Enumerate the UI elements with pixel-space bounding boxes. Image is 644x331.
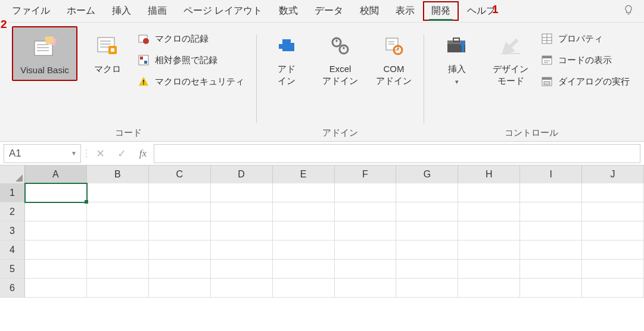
col-header[interactable]: D [211,166,273,183]
col-header[interactable]: I [520,166,582,183]
tab-page-layout[interactable]: ページ レイアウト [175,1,270,21]
tab-insert[interactable]: 挿入 [104,1,139,21]
formula-input[interactable] [154,144,640,163]
cell[interactable] [396,221,458,241]
cell[interactable] [520,202,582,221]
run-dialog-button[interactable]: ダイアログの実行 [540,75,630,88]
cell[interactable] [458,279,520,298]
tell-me-button[interactable] [623,4,634,18]
cell[interactable] [149,183,211,202]
cell[interactable] [25,202,87,221]
tab-draw[interactable]: 描画 [139,1,175,21]
row-header[interactable]: 5 [0,260,25,279]
insert-function-button[interactable]: fx [132,144,154,163]
tab-home[interactable]: ホーム [58,1,104,21]
cell[interactable] [149,202,211,221]
tab-view[interactable]: 表示 [387,1,423,21]
col-header[interactable]: A [25,166,87,183]
view-code-button[interactable]: コードの表示 [540,54,630,67]
design-mode-button[interactable]: デザイン モード [487,26,534,90]
cell[interactable] [458,202,520,221]
cell[interactable] [211,241,273,260]
visual-basic-button[interactable]: Visual Basic [12,26,77,81]
cell[interactable] [211,260,273,279]
cell[interactable] [335,279,397,298]
cell[interactable] [335,241,397,260]
select-all-corner[interactable] [0,166,25,183]
col-header[interactable]: B [87,166,149,183]
cell[interactable] [211,183,273,202]
cell[interactable] [396,183,458,202]
cell[interactable] [149,241,211,260]
cell[interactable] [335,202,397,221]
tab-formulas[interactable]: 数式 [270,1,306,21]
tab-help[interactable]: ヘルプ [459,1,504,21]
cancel-formula-button[interactable]: ✕ [89,144,111,163]
excel-addins-button[interactable]: Excel アドイン [316,26,364,90]
cell[interactable] [396,279,458,298]
cell[interactable] [211,221,273,241]
cell[interactable] [87,221,149,241]
cell[interactable] [458,183,520,202]
cell[interactable] [520,241,582,260]
addins-button[interactable]: アド イン [263,26,310,90]
macro-security-button[interactable]: マクロのセキュリティ [137,75,244,88]
cell[interactable] [582,279,644,298]
cell[interactable] [87,183,149,202]
relative-ref-button[interactable]: 相対参照で記録 [137,54,244,67]
col-header[interactable]: G [396,166,458,183]
cell[interactable] [273,279,335,298]
com-addins-button[interactable]: COM アドイン [370,26,418,90]
col-header[interactable]: J [582,166,644,183]
cell[interactable] [149,221,211,241]
cell[interactable] [520,260,582,279]
cell[interactable] [87,241,149,260]
cell[interactable] [149,260,211,279]
cell[interactable] [458,241,520,260]
row-header[interactable]: 6 [0,279,25,298]
cell[interactable] [520,221,582,241]
row-header[interactable]: 3 [0,221,25,241]
cell[interactable] [582,260,644,279]
cell[interactable] [335,260,397,279]
col-header[interactable]: F [335,166,397,183]
cell[interactable] [87,202,149,221]
cell[interactable] [25,241,87,260]
cell[interactable] [87,279,149,298]
macros-button[interactable]: マクロ [83,26,131,79]
cell[interactable] [273,260,335,279]
cell[interactable] [273,221,335,241]
cell[interactable] [458,260,520,279]
cell[interactable] [520,279,582,298]
cell[interactable] [335,221,397,241]
row-header[interactable]: 1 [0,183,25,202]
cell[interactable] [211,202,273,221]
cell[interactable] [396,241,458,260]
tab-data[interactable]: データ [306,1,351,21]
cell[interactable] [458,221,520,241]
cell[interactable] [582,183,644,202]
cell[interactable] [396,260,458,279]
cell[interactable] [273,241,335,260]
record-macro-button[interactable]: マクロの記録 [137,32,244,45]
cell[interactable] [582,241,644,260]
col-header[interactable]: C [149,166,211,183]
insert-control-button[interactable]: 挿入▾ [433,26,481,90]
cell[interactable] [520,183,582,202]
cell[interactable] [582,221,644,241]
cell[interactable] [25,260,87,279]
properties-button[interactable]: プロパティ [540,32,630,45]
cell[interactable] [211,279,273,298]
cell[interactable] [25,221,87,241]
enter-formula-button[interactable]: ✓ [111,144,132,163]
cell[interactable] [87,260,149,279]
tab-file[interactable]: ファイル [4,1,58,21]
row-header[interactable]: 4 [0,241,25,260]
cell[interactable] [396,202,458,221]
cell[interactable] [25,279,87,298]
col-header[interactable]: E [273,166,335,183]
cell[interactable] [273,183,335,202]
row-header[interactable]: 2 [0,202,25,221]
cell[interactable] [273,202,335,221]
cell[interactable] [149,279,211,298]
